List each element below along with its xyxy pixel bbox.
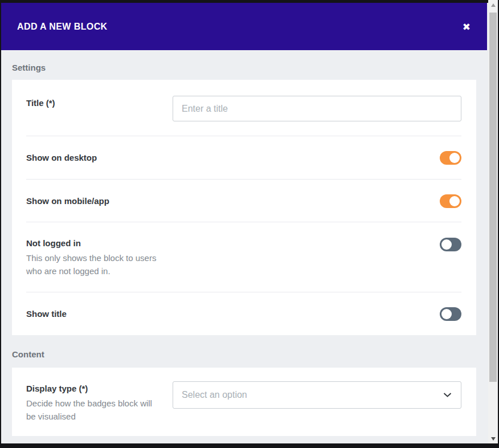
not-logged-in-toggle[interactable]	[440, 238, 461, 251]
show-on-desktop-label: Show on desktop	[26, 152, 97, 164]
show-on-desktop-row: Show on desktop	[12, 136, 476, 180]
display-type-row: Display type (*) Decide how the badges b…	[12, 368, 476, 436]
scroll-down-icon[interactable]	[488, 434, 498, 443]
toggle-knob	[449, 153, 460, 163]
show-on-mobile-label: Show on mobile/app	[26, 196, 109, 207]
content-section-label: Content	[12, 349, 44, 359]
settings-card: Title (*) Show on desktop Show on mobile…	[12, 80, 476, 335]
toggle-knob	[449, 196, 460, 206]
page-edge-bottom	[0, 443, 499, 448]
not-logged-in-description: This only shows the block to users who a…	[26, 251, 166, 278]
not-logged-in-row: Not logged in This only shows the block …	[12, 222, 476, 292]
show-title-toggle[interactable]	[440, 307, 461, 321]
display-type-label: Display type (*)	[26, 381, 173, 394]
title-row: Title (*)	[12, 80, 476, 136]
select-placeholder: Select an option	[182, 390, 247, 400]
show-title-row: Show title	[12, 292, 476, 335]
modal-title: ADD A NEW BLOCK	[17, 22, 108, 32]
settings-section-label: Settings	[12, 63, 46, 72]
content-card: Display type (*) Decide how the badges b…	[12, 368, 476, 436]
title-label: Title (*)	[26, 96, 173, 109]
toggle-knob	[441, 309, 452, 319]
show-on-mobile-toggle[interactable]	[440, 194, 461, 208]
show-on-mobile-row: Show on mobile/app	[12, 180, 476, 222]
scroll-up-icon[interactable]	[488, 0, 498, 10]
chevron-down-icon	[443, 393, 452, 398]
toggle-knob	[441, 239, 452, 250]
title-input[interactable]	[173, 96, 461, 121]
vertical-scrollbar	[488, 0, 498, 443]
not-logged-in-label: Not logged in	[26, 238, 173, 249]
show-on-desktop-toggle[interactable]	[440, 151, 461, 165]
show-title-label: Show title	[26, 308, 67, 320]
close-icon[interactable]: ✖	[460, 19, 473, 34]
modal-header: ADD A NEW BLOCK ✖	[1, 3, 487, 50]
display-type-description: Decide how the badges block will be visu…	[26, 397, 166, 423]
add-block-modal-screen: ADD A NEW BLOCK ✖ Settings Title (*) Sho…	[0, 0, 499, 448]
display-type-select[interactable]: Select an option	[173, 381, 461, 409]
scrollbar-thumb[interactable]	[489, 13, 497, 382]
